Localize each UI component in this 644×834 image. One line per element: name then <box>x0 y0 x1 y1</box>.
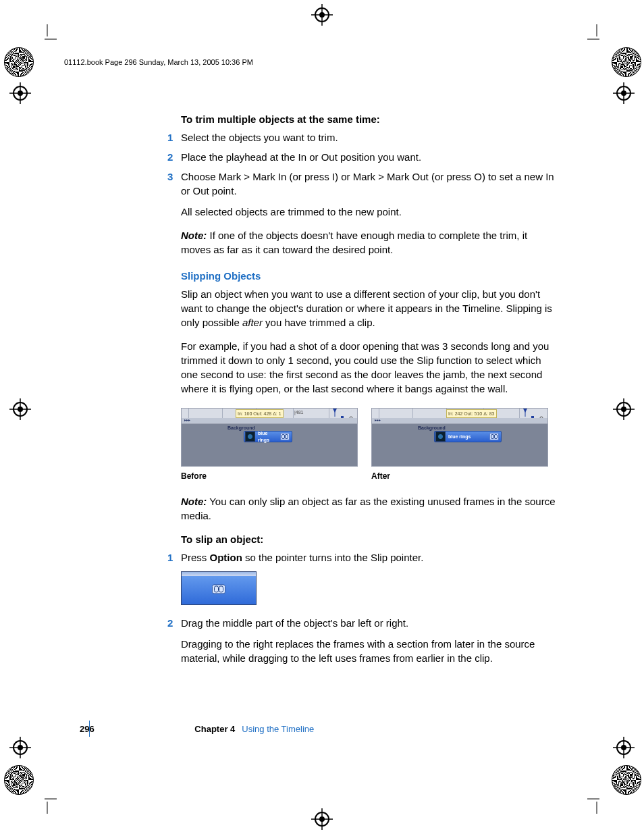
chapter-label: Chapter 4 <box>194 724 235 734</box>
figure-row: In: 160 Out: 428 Δ: 1 |481 ▸▸▸ Backgroun… <box>181 408 559 482</box>
figure-caption-after: After <box>371 471 547 482</box>
reg-mark-bl <box>9 737 31 758</box>
step-text: Drag the middle part of the object's bar… <box>181 617 408 629</box>
page-footer: 296 Chapter 4Using the Timeline <box>80 724 314 734</box>
crop-mark-br <box>587 795 606 814</box>
toslip-step-2-detail: Dragging to the right replaces the frame… <box>181 637 559 665</box>
step-text: Place the playhead at the In or Out posi… <box>181 151 421 163</box>
slipping-note: Note: You can only slip an object as far… <box>181 494 559 523</box>
playhead-icon <box>523 409 527 417</box>
trim-result: All selected objects are trimmed to the … <box>181 205 559 219</box>
page-number: 296 <box>80 724 95 734</box>
ornament-bottom-right <box>612 765 640 793</box>
reg-mark-tr <box>613 82 635 104</box>
timeline-before: In: 160 Out: 428 Δ: 1 |481 ▸▸▸ Backgroun… <box>181 408 358 467</box>
step-text: Select the objects you want to trim. <box>181 132 338 143</box>
trim-heading: To trim multiple objects at the same tim… <box>181 112 559 126</box>
clip-label: blue rings <box>448 434 471 440</box>
reg-mark-br <box>613 737 635 758</box>
trim-step-1: 1Select the objects you want to trim. <box>181 130 559 145</box>
slip-pointer-figure <box>181 571 257 605</box>
timeline-ruler: In: 242 Out: 510 Δ: 83 <box>372 409 547 419</box>
out-marker-icon <box>341 409 346 413</box>
figure-after: In: 242 Out: 510 Δ: 83 ▸▸▸ Background bl… <box>371 408 547 482</box>
clip-thumbnail <box>435 432 446 442</box>
note-text: You can only slip an object as far as th… <box>181 496 555 521</box>
clip-thumbnail <box>245 432 255 442</box>
clip-after: blue rings <box>434 431 502 442</box>
zoom-in-icon <box>349 409 354 413</box>
toslip-heading: To slip an object: <box>181 532 559 546</box>
ornament-top-right <box>612 47 640 76</box>
trim-note: Note: If one of the objects doesn't have… <box>181 228 559 257</box>
slip-icon <box>280 433 290 440</box>
trim-step-2: 2Place the playhead at the In or Out pos… <box>181 150 559 164</box>
crop-mark-tl <box>38 24 57 43</box>
slip-tooltip-after: In: 242 Out: 510 Δ: 83 <box>446 409 497 418</box>
reg-mark-bottom <box>311 808 333 830</box>
step-text: Choose Mark > Mark In (or press I) or Ma… <box>181 171 554 197</box>
trim-step-3: 3Choose Mark > Mark In (or press I) or M… <box>181 170 559 198</box>
reg-mark-mr <box>613 398 635 420</box>
slip-icon <box>489 433 499 440</box>
slip-pointer-icon <box>212 584 225 594</box>
toslip-step-2: 2Drag the middle part of the object's ba… <box>181 616 559 630</box>
page-header-line: 01112.book Page 296 Sunday, March 13, 20… <box>64 58 253 66</box>
ruler-label: |481 <box>294 409 304 416</box>
slipping-heading: Slipping Objects <box>181 269 559 283</box>
page-content: To trim multiple objects at the same tim… <box>181 112 559 675</box>
slip-tooltip-before: In: 160 Out: 428 Δ: 1 <box>236 409 284 418</box>
clip-label: blue rings <box>258 430 280 444</box>
slipping-p2: For example, if you had a shot of a door… <box>181 339 559 396</box>
note-label: Note: <box>181 496 207 507</box>
zoom-in-icon <box>539 409 545 413</box>
clip-before: blue rings <box>244 431 292 442</box>
reg-mark-ml <box>9 398 31 420</box>
figure-before: In: 160 Out: 428 Δ: 1 |481 ▸▸▸ Backgroun… <box>181 408 356 482</box>
note-label: Note: <box>181 230 207 241</box>
crop-mark-bl <box>38 795 57 814</box>
crop-mark-tr <box>587 24 606 43</box>
reg-mark-top <box>311 4 333 26</box>
toslip-step-1: 1Press Option so the pointer turns into … <box>181 550 559 565</box>
out-marker-icon <box>531 409 537 413</box>
timeline-after: In: 242 Out: 510 Δ: 83 ▸▸▸ Background bl… <box>371 408 548 467</box>
reg-mark-tl <box>9 82 31 104</box>
timeline-ruler: In: 160 Out: 428 Δ: 1 |481 <box>182 409 357 419</box>
chapter-title: Using the Timeline <box>242 724 314 734</box>
ornament-bottom-left <box>4 765 32 793</box>
note-text: If one of the objects doesn't have enoug… <box>181 230 527 255</box>
mini-track: ▸▸▸ <box>182 418 357 424</box>
slipping-p1: Slip an object when you want to use a di… <box>181 287 559 330</box>
figure-caption-before: Before <box>181 471 356 482</box>
mini-track: ▸▸▸ <box>372 418 547 424</box>
playhead-icon <box>333 409 337 417</box>
ornament-top-left <box>4 47 32 76</box>
